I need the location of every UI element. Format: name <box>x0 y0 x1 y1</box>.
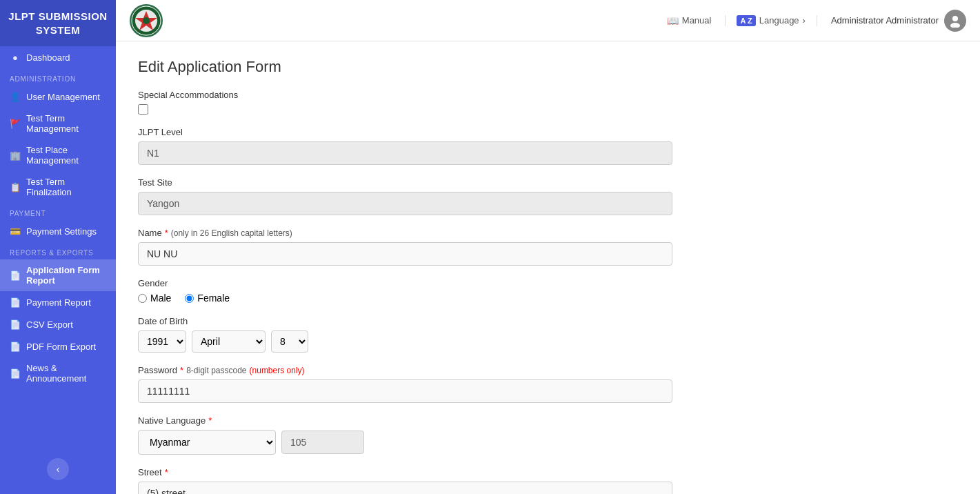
svg-point-3 <box>143 17 150 24</box>
sidebar-item-payment-settings[interactable]: 💳 Payment Settings <box>0 220 116 242</box>
native-lang-required: * <box>208 415 212 426</box>
name-hint: (only in 26 English capital letters) <box>171 228 292 238</box>
street-group: Street * <box>138 467 958 494</box>
main-content: 📖 Manual A Z Language › Administrator Ad… <box>116 0 980 494</box>
sidebar-section-payment: PAYMENT <box>0 203 116 220</box>
manual-link[interactable]: 📖 Manual <box>667 15 712 26</box>
password-label: Password * 8-digit passcode (numbers onl… <box>138 365 958 375</box>
sidebar-item-application-form-report[interactable]: 📄 Application Form Report <box>0 259 116 291</box>
password-hint: 8-digit passcode <box>186 366 246 375</box>
test-site-input <box>138 192 672 215</box>
name-label: Name * (only in 26 English capital lette… <box>138 228 958 238</box>
gender-male-radio[interactable] <box>138 294 147 303</box>
jlpt-level-group: JLPT Level <box>138 127 958 165</box>
name-group: Name * (only in 26 English capital lette… <box>138 228 958 266</box>
manual-icon: 📖 <box>667 15 679 26</box>
language-badge: A Z <box>737 15 755 26</box>
list-icon: 📋 <box>10 181 21 192</box>
pdf-icon: 📄 <box>10 341 21 352</box>
svg-point-4 <box>952 16 958 21</box>
street-label: Street * <box>138 467 958 477</box>
news-icon: 📄 <box>10 368 21 379</box>
sidebar-item-dashboard[interactable]: ● Dashboard <box>0 46 116 68</box>
report-icon: 📄 <box>10 270 21 281</box>
name-input[interactable] <box>138 242 672 266</box>
logo <box>130 4 163 37</box>
sidebar-item-user-management[interactable]: 👤 User Management <box>0 86 116 108</box>
user-menu[interactable]: Administrator Administrator <box>831 10 966 32</box>
dashboard-icon: ● <box>10 52 21 63</box>
building-icon: 🏢 <box>10 150 21 161</box>
gender-label: Gender <box>138 278 958 288</box>
sidebar: JLPT SUBMISSION SYSTEM ● Dashboard ADMIN… <box>0 0 116 494</box>
password-hint2: (numbers only) <box>250 366 305 375</box>
content-area: Edit Application Form Special Accommodat… <box>116 41 980 494</box>
page-title: Edit Application Form <box>138 58 958 76</box>
sidebar-item-news-announcement[interactable]: 📄 News & Announcement <box>0 357 116 389</box>
special-accommodations-label: Special Accommodations <box>138 90 958 100</box>
special-accommodations-checkbox-wrapper <box>138 104 958 115</box>
language-selector[interactable]: A Z Language › <box>725 15 817 26</box>
street-required: * <box>165 467 168 477</box>
password-group: Password * 8-digit passcode (numbers onl… <box>138 365 958 403</box>
user-icon: 👤 <box>10 91 21 102</box>
native-language-row: Myanmar English Chinese Japanese Korean … <box>138 430 958 455</box>
dob-month-select[interactable]: JanuaryFebruaryMarch April MayJuneJulyAu… <box>192 330 266 353</box>
gender-radio-group: Male Female <box>138 293 958 304</box>
dob-row: 1991 198819891990 1992199319941995 Janua… <box>138 330 958 353</box>
street-input[interactable] <box>138 482 672 494</box>
payment-icon: 💳 <box>10 226 21 237</box>
dob-group: Date of Birth 1991 198819891990 19921993… <box>138 316 958 353</box>
gender-group: Gender Male Female <box>138 278 958 304</box>
sidebar-item-test-place-management[interactable]: 🏢 Test Place Management <box>0 139 116 171</box>
payment-report-icon: 📄 <box>10 297 21 308</box>
sidebar-section-administration: ADMINISTRATION <box>0 68 116 86</box>
gender-female-radio[interactable] <box>185 294 194 303</box>
sidebar-item-test-term-finalization[interactable]: 📋 Test Term Finalization <box>0 171 116 203</box>
header: 📖 Manual A Z Language › Administrator Ad… <box>116 0 980 41</box>
native-language-label: Native Language * <box>138 415 958 426</box>
sidebar-item-test-term-management[interactable]: 🚩 Test Term Management <box>0 108 116 139</box>
test-site-group: Test Site <box>138 177 958 215</box>
dob-label: Date of Birth <box>138 316 958 326</box>
special-accommodations-checkbox[interactable] <box>138 104 148 115</box>
special-accommodations-group: Special Accommodations <box>138 90 958 115</box>
password-input[interactable] <box>138 379 672 403</box>
sidebar-item-pdf-form-export[interactable]: 📄 PDF Form Export <box>0 335 116 357</box>
name-required: * <box>165 228 168 238</box>
dob-day-select[interactable]: 12345 678 9101112 13141516 17181920 <box>271 330 308 353</box>
gender-female-option[interactable]: Female <box>185 293 230 304</box>
sidebar-item-payment-report[interactable]: 📄 Payment Report <box>0 291 116 313</box>
sidebar-section-reports: REPORTS & EXPORTS <box>0 242 116 259</box>
password-required: * <box>180 365 183 375</box>
svg-point-5 <box>950 23 960 28</box>
sidebar-item-csv-export[interactable]: 📄 CSV Export <box>0 313 116 335</box>
header-actions: 📖 Manual A Z Language › Administrator Ad… <box>667 10 966 32</box>
gender-male-option[interactable]: Male <box>138 293 171 304</box>
flag-icon: 🚩 <box>10 118 21 129</box>
native-language-code <box>281 431 364 454</box>
csv-icon: 📄 <box>10 319 21 330</box>
native-language-group: Native Language * Myanmar English Chines… <box>138 415 958 455</box>
avatar <box>944 10 966 32</box>
jlpt-level-input <box>138 141 672 165</box>
sidebar-title: JLPT SUBMISSION SYSTEM <box>0 0 116 46</box>
sidebar-collapse-button[interactable]: ‹ <box>47 458 69 480</box>
test-site-label: Test Site <box>138 177 958 188</box>
dob-year-select[interactable]: 1991 198819891990 1992199319941995 <box>138 330 186 353</box>
jlpt-level-label: JLPT Level <box>138 127 958 137</box>
native-language-select[interactable]: Myanmar English Chinese Japanese Korean … <box>138 430 276 455</box>
chevron-right-icon: › <box>803 15 806 26</box>
